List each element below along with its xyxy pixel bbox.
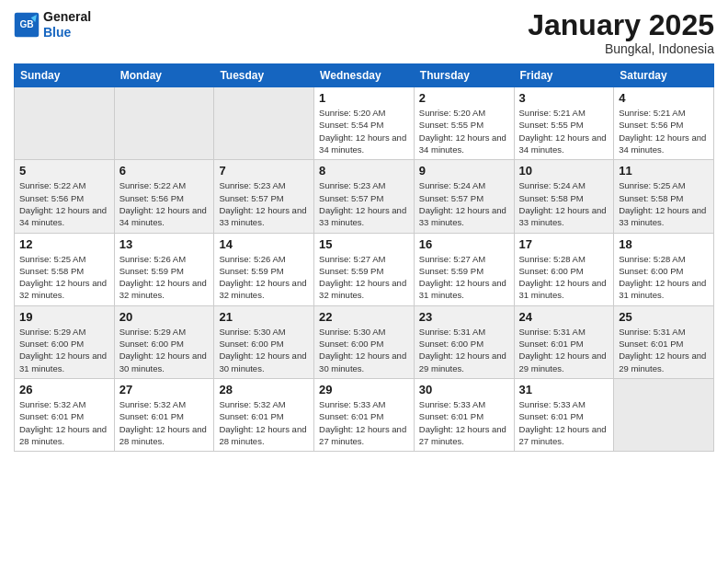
day-info: Sunrise: 5:27 AMSunset: 5:59 PMDaylight:… [319, 253, 409, 302]
calendar-cell: 4Sunrise: 5:21 AMSunset: 5:56 PMDaylight… [614, 87, 714, 160]
day-info: Sunrise: 5:21 AMSunset: 5:56 PMDaylight:… [619, 107, 709, 155]
calendar-cell: 12Sunrise: 5:25 AMSunset: 5:58 PMDayligh… [15, 233, 115, 305]
logo: GB General Blue [14, 9, 91, 40]
calendar-cell: 26Sunrise: 5:32 AMSunset: 6:01 PMDayligh… [15, 378, 115, 451]
calendar-cell: 16Sunrise: 5:27 AMSunset: 5:59 PMDayligh… [414, 233, 514, 305]
calendar-cell: 2Sunrise: 5:20 AMSunset: 5:55 PMDaylight… [414, 87, 514, 160]
calendar-cell: 17Sunrise: 5:28 AMSunset: 6:00 PMDayligh… [514, 233, 614, 305]
day-info: Sunrise: 5:30 AMSunset: 6:00 PMDaylight:… [319, 326, 409, 374]
day-info: Sunrise: 5:29 AMSunset: 6:00 PMDaylight:… [119, 326, 210, 374]
day-number: 23 [419, 310, 509, 324]
page-header: GB General Blue January 2025 Bungkal, In… [14, 9, 714, 56]
day-number: 5 [19, 164, 109, 178]
calendar-cell: 9Sunrise: 5:24 AMSunset: 5:57 PMDaylight… [414, 160, 514, 233]
day-number: 27 [119, 383, 210, 396]
day-info: Sunrise: 5:33 AMSunset: 6:01 PMDaylight:… [419, 398, 509, 447]
day-number: 10 [519, 164, 609, 178]
day-info: Sunrise: 5:22 AMSunset: 5:56 PMDaylight:… [19, 179, 109, 228]
day-number: 12 [19, 237, 109, 251]
day-info: Sunrise: 5:33 AMSunset: 6:01 PMDaylight:… [519, 398, 609, 447]
day-info: Sunrise: 5:20 AMSunset: 5:54 PMDaylight:… [319, 107, 409, 155]
day-number: 16 [419, 237, 509, 251]
day-number: 29 [319, 383, 409, 396]
day-number: 30 [419, 383, 509, 396]
calendar-page: GB General Blue January 2025 Bungkal, In… [0, 0, 728, 563]
day-info: Sunrise: 5:23 AMSunset: 5:57 PMDaylight:… [319, 179, 409, 228]
day-info: Sunrise: 5:31 AMSunset: 6:01 PMDaylight:… [619, 326, 709, 374]
calendar-table: SundayMondayTuesdayWednesdayThursdayFrid… [14, 63, 714, 452]
day-number: 11 [619, 164, 709, 178]
day-number: 20 [119, 310, 210, 324]
logo-text: General Blue [43, 9, 91, 40]
day-number: 3 [519, 91, 609, 105]
calendar-week-5: 26Sunrise: 5:32 AMSunset: 6:01 PMDayligh… [15, 378, 714, 451]
day-header-friday: Friday [514, 64, 614, 87]
calendar-cell: 22Sunrise: 5:30 AMSunset: 6:00 PMDayligh… [314, 305, 415, 378]
day-info: Sunrise: 5:28 AMSunset: 6:00 PMDaylight:… [619, 253, 709, 302]
day-info: Sunrise: 5:32 AMSunset: 6:01 PMDaylight:… [19, 398, 109, 447]
calendar-week-3: 12Sunrise: 5:25 AMSunset: 5:58 PMDayligh… [15, 233, 714, 305]
svg-text:GB: GB [19, 19, 33, 29]
calendar-title: January 2025 [528, 9, 714, 41]
calendar-week-2: 5Sunrise: 5:22 AMSunset: 5:56 PMDaylight… [15, 160, 714, 233]
calendar-cell [15, 87, 115, 160]
day-number: 24 [519, 310, 609, 324]
calendar-cell: 31Sunrise: 5:33 AMSunset: 6:01 PMDayligh… [514, 378, 614, 451]
day-number: 26 [19, 383, 109, 396]
calendar-cell: 30Sunrise: 5:33 AMSunset: 6:01 PMDayligh… [414, 378, 514, 451]
day-number: 22 [319, 310, 409, 324]
calendar-cell: 8Sunrise: 5:23 AMSunset: 5:57 PMDaylight… [314, 160, 415, 233]
day-number: 14 [219, 237, 309, 251]
day-info: Sunrise: 5:23 AMSunset: 5:57 PMDaylight:… [219, 179, 309, 228]
day-info: Sunrise: 5:30 AMSunset: 6:00 PMDaylight:… [219, 326, 309, 374]
day-number: 9 [419, 164, 509, 178]
calendar-cell: 29Sunrise: 5:33 AMSunset: 6:01 PMDayligh… [314, 378, 415, 451]
day-number: 2 [419, 91, 509, 105]
day-info: Sunrise: 5:32 AMSunset: 6:01 PMDaylight:… [119, 398, 210, 447]
day-info: Sunrise: 5:32 AMSunset: 6:01 PMDaylight:… [219, 398, 309, 447]
calendar-cell: 14Sunrise: 5:26 AMSunset: 5:59 PMDayligh… [214, 233, 314, 305]
day-number: 1 [319, 91, 409, 105]
day-info: Sunrise: 5:29 AMSunset: 6:00 PMDaylight:… [19, 326, 109, 374]
day-info: Sunrise: 5:21 AMSunset: 5:55 PMDaylight:… [519, 107, 609, 155]
day-number: 4 [619, 91, 709, 105]
calendar-subtitle: Bungkal, Indonesia [528, 41, 714, 56]
day-info: Sunrise: 5:20 AMSunset: 5:55 PMDaylight:… [419, 107, 509, 155]
calendar-cell: 19Sunrise: 5:29 AMSunset: 6:00 PMDayligh… [15, 305, 115, 378]
day-number: 7 [219, 164, 309, 178]
day-number: 8 [319, 164, 409, 178]
calendar-cell: 11Sunrise: 5:25 AMSunset: 5:58 PMDayligh… [614, 160, 714, 233]
calendar-cell: 7Sunrise: 5:23 AMSunset: 5:57 PMDaylight… [214, 160, 314, 233]
day-info: Sunrise: 5:31 AMSunset: 6:00 PMDaylight:… [419, 326, 509, 374]
calendar-cell: 1Sunrise: 5:20 AMSunset: 5:54 PMDaylight… [314, 87, 415, 160]
day-header-sunday: Sunday [15, 64, 115, 87]
day-header-tuesday: Tuesday [214, 64, 314, 87]
day-info: Sunrise: 5:24 AMSunset: 5:57 PMDaylight:… [419, 179, 509, 228]
calendar-cell [114, 87, 214, 160]
title-block: January 2025 Bungkal, Indonesia [528, 9, 714, 56]
day-number: 13 [119, 237, 210, 251]
day-header-thursday: Thursday [414, 64, 514, 87]
day-info: Sunrise: 5:22 AMSunset: 5:56 PMDaylight:… [119, 179, 210, 228]
calendar-cell: 3Sunrise: 5:21 AMSunset: 5:55 PMDaylight… [514, 87, 614, 160]
day-number: 25 [619, 310, 709, 324]
calendar-cell: 18Sunrise: 5:28 AMSunset: 6:00 PMDayligh… [614, 233, 714, 305]
calendar-cell: 23Sunrise: 5:31 AMSunset: 6:00 PMDayligh… [414, 305, 514, 378]
day-header-monday: Monday [114, 64, 214, 87]
calendar-cell: 5Sunrise: 5:22 AMSunset: 5:56 PMDaylight… [15, 160, 115, 233]
day-info: Sunrise: 5:33 AMSunset: 6:01 PMDaylight:… [319, 398, 409, 447]
calendar-cell: 28Sunrise: 5:32 AMSunset: 6:01 PMDayligh… [214, 378, 314, 451]
day-info: Sunrise: 5:27 AMSunset: 5:59 PMDaylight:… [419, 253, 509, 302]
day-number: 18 [619, 237, 709, 251]
day-info: Sunrise: 5:26 AMSunset: 5:59 PMDaylight:… [119, 253, 210, 302]
day-number: 17 [519, 237, 609, 251]
calendar-cell: 21Sunrise: 5:30 AMSunset: 6:00 PMDayligh… [214, 305, 314, 378]
calendar-cell: 13Sunrise: 5:26 AMSunset: 5:59 PMDayligh… [114, 233, 214, 305]
day-info: Sunrise: 5:31 AMSunset: 6:01 PMDaylight:… [519, 326, 609, 374]
calendar-cell [614, 378, 714, 451]
day-number: 31 [519, 383, 609, 396]
day-header-saturday: Saturday [614, 64, 714, 87]
day-info: Sunrise: 5:24 AMSunset: 5:58 PMDaylight:… [519, 179, 609, 228]
calendar-cell: 25Sunrise: 5:31 AMSunset: 6:01 PMDayligh… [614, 305, 714, 378]
calendar-week-4: 19Sunrise: 5:29 AMSunset: 6:00 PMDayligh… [15, 305, 714, 378]
